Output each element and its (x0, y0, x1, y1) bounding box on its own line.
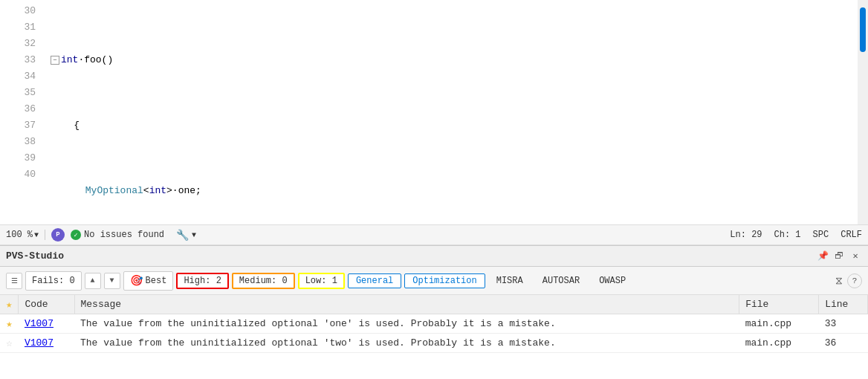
line-num-30: 30 (0, 3, 36, 19)
kw-myoptional-32: MyOptional (85, 183, 143, 199)
tools-dropdown-icon[interactable]: ▼ (192, 231, 196, 239)
ch-label: Ch: 1 (774, 230, 801, 240)
row1-line-cell: 33 (819, 314, 868, 334)
table-row[interactable]: ★ V1007 The value from the uninitialized… (0, 314, 868, 334)
help-button[interactable]: ? (847, 273, 862, 288)
th-file: File (739, 295, 819, 314)
line-num-36: 36 (0, 101, 36, 117)
row2-line-cell: 36 (819, 334, 868, 353)
green-check-icon: ✓ (71, 230, 81, 240)
table-header-row: ★ Code Message File Line (0, 295, 868, 314)
status-right: Ln: 29 Ch: 1 SPC CRLF (730, 230, 862, 240)
tab-optimization-label: Optimization (412, 276, 476, 286)
pvs-icon-letter: P (56, 231, 59, 239)
prev-issue-button[interactable]: ▲ (85, 273, 101, 289)
best-icon: 🎯 (130, 274, 143, 287)
status-bar: 100 % ▼ P ✓ No issues found 🔧 ▼ Ln: 29 C… (0, 224, 868, 245)
code-lines: −int·foo() { MyOptional<int>·one; int·va… (45, 0, 858, 224)
crlf-label: CRLF (841, 230, 862, 240)
line-num-34: 34 (0, 68, 36, 85)
row1-star-icon[interactable]: ★ (6, 318, 12, 330)
tab-general-label: General (356, 276, 393, 286)
tab-misra[interactable]: MISRA (488, 273, 531, 288)
row2-code-cell: V1007 (19, 334, 74, 353)
pvs-pin-button[interactable]: 📌 (816, 250, 829, 263)
code-line-31: { (51, 117, 858, 134)
tab-autosar[interactable]: AUTOSAR (534, 273, 588, 288)
pvs-close-button[interactable]: ✕ (849, 250, 862, 263)
hamburger-menu-button[interactable]: ☰ (6, 273, 22, 289)
pvs-status-icon[interactable]: P (51, 228, 65, 242)
pvs-header-controls[interactable]: 📌 🗗 ✕ (816, 250, 862, 263)
line-num-31: 31 (0, 19, 36, 36)
code-content: 30 31 32 33 34 35 36 37 38 39 40 −int·fo… (0, 0, 868, 224)
high-label: High: 2 (184, 276, 221, 286)
code-line-30: −int·foo() (51, 52, 858, 68)
filter-icon[interactable]: ⧖ (835, 275, 843, 287)
indent-32 (51, 183, 85, 199)
brace-open-31: { (74, 117, 80, 134)
th-code: Code (19, 295, 74, 314)
row2-file-text: main.cpp (745, 337, 791, 349)
row1-code-link[interactable]: V1007 (25, 318, 54, 329)
tab-optimization[interactable]: Optimization (404, 273, 485, 288)
line-num-32: 32 (0, 36, 36, 52)
fails-label: Fails: 0 (32, 276, 75, 286)
pvs-panel: PVS-Studio 📌 🗗 ✕ ☰ Fails: 0 ▲ ▼ 🎯 Best H… (0, 245, 868, 379)
line-num-33: 33 (0, 52, 36, 68)
tab-general[interactable]: General (348, 273, 401, 288)
pvs-toolbar: ☰ Fails: 0 ▲ ▼ 🎯 Best High: 2 Medium: 0 … (0, 267, 868, 295)
status-zoom[interactable]: 100 % ▼ (6, 230, 45, 240)
results-table[interactable]: ★ Code Message File Line ★ V1007 (0, 295, 868, 379)
code-32a: < (143, 183, 149, 199)
row1-file-text: main.cpp (745, 318, 791, 329)
best-button[interactable]: 🎯 Best (123, 271, 174, 291)
tab-owasp-label: OWASP (599, 276, 626, 286)
line-numbers: 30 31 32 33 34 35 36 37 38 39 40 (0, 0, 45, 224)
low-badge-button[interactable]: Low: 1 (298, 273, 345, 289)
row2-star-cell[interactable]: ☆ (0, 334, 19, 353)
row2-line-text: 36 (825, 337, 837, 349)
row1-message-text: The value from the uninitialized optiona… (80, 318, 556, 329)
fails-button[interactable]: Fails: 0 (25, 271, 82, 291)
line-num-38: 38 (0, 134, 36, 150)
row2-star-icon[interactable]: ☆ (6, 337, 12, 349)
row2-file-cell: main.cpp (739, 334, 819, 353)
row2-message-cell: The value from the uninitialized optiona… (74, 334, 739, 353)
next-issue-button[interactable]: ▼ (104, 273, 120, 289)
row2-code-link[interactable]: V1007 (25, 337, 54, 349)
tab-autosar-label: AUTOSAR (542, 276, 580, 286)
star-header-icon: ★ (6, 299, 12, 311)
row1-file-cell: main.cpp (739, 314, 819, 334)
row1-line-text: 33 (825, 318, 837, 329)
hamburger-icon: ☰ (11, 276, 18, 285)
scrollbar-area[interactable] (858, 0, 868, 224)
pvs-dock-button[interactable]: 🗗 (832, 250, 846, 263)
best-label: Best (146, 276, 167, 286)
status-tools[interactable]: 🔧 ▼ (176, 229, 196, 242)
scrollbar-thumb[interactable] (860, 7, 866, 52)
line-num-37: 37 (0, 117, 36, 134)
line-num-39: 39 (0, 150, 36, 166)
code-line-32: MyOptional<int>·one; (51, 183, 858, 199)
toolbar-right: ⧖ ? (835, 273, 862, 288)
kw-int-32: int (149, 183, 166, 199)
issues-table: ★ Code Message File Line ★ V1007 (0, 295, 868, 353)
wrench-icon[interactable]: 🔧 (176, 229, 189, 242)
ln-label: Ln: 29 (730, 230, 762, 240)
zoom-dropdown-icon[interactable]: ▼ (34, 231, 39, 239)
medium-badge-button[interactable]: Medium: 0 (232, 273, 295, 289)
medium-label: Medium: 0 (239, 276, 288, 286)
th-line: Line (819, 295, 868, 314)
tab-misra-label: MISRA (496, 276, 523, 286)
row1-code-cell: V1007 (19, 314, 74, 334)
no-issues-text: No issues found (84, 230, 164, 240)
high-badge-button[interactable]: High: 2 (176, 273, 228, 289)
collapse-icon-30[interactable]: − (51, 56, 59, 65)
code-text-30: ·foo() (78, 52, 113, 68)
row1-star-cell[interactable]: ★ (0, 314, 19, 334)
tab-owasp[interactable]: OWASP (591, 273, 634, 288)
table-row[interactable]: ☆ V1007 The value from the uninitialized… (0, 334, 868, 353)
zoom-value: 100 % (6, 230, 33, 240)
code-32b: >·one; (166, 183, 201, 199)
